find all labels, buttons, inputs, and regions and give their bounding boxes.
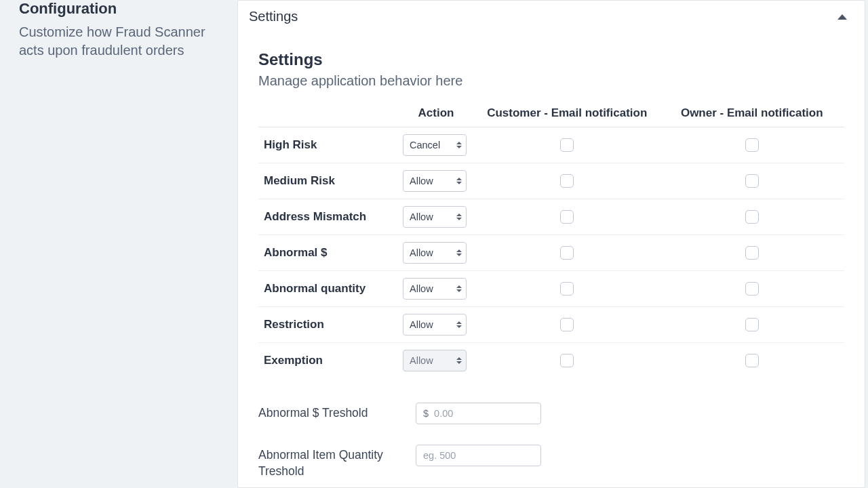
col-header-blank	[258, 106, 397, 127]
rule-label: Address Mismatch	[258, 199, 397, 235]
col-header-action: Action	[397, 106, 475, 127]
select-caret-icon	[456, 214, 462, 220]
action-select[interactable]: Allow	[403, 242, 467, 264]
owner-notify-checkbox[interactable]	[745, 354, 759, 367]
owner-notify-checkbox[interactable]	[745, 210, 759, 224]
owner-notify-checkbox[interactable]	[745, 246, 759, 260]
table-row: Abnormal $Allow	[258, 235, 844, 271]
action-select-value: Allow	[410, 355, 433, 366]
action-select-value: Allow	[410, 176, 433, 186]
settings-panel: Settings Settings Manage application beh…	[237, 0, 865, 488]
rule-label: Abnormal $	[258, 235, 397, 271]
owner-notify-checkbox[interactable]	[745, 174, 759, 188]
config-sidebar: Configuration Customize how Fraud Scanne…	[0, 0, 237, 488]
panel-header-title: Settings	[249, 9, 298, 24]
threshold-qty-label: Abnormal Item Quantity Treshold	[258, 445, 416, 479]
action-select[interactable]: Cancel	[403, 134, 467, 156]
action-select-value: Allow	[410, 319, 433, 330]
owner-notify-checkbox[interactable]	[745, 318, 759, 331]
collapse-icon[interactable]	[837, 14, 847, 20]
sidebar-description: Customize how Fraud Scanner acts upon fr…	[19, 23, 222, 60]
threshold-qty-input[interactable]: eg. 500	[416, 445, 541, 466]
action-select-value: Allow	[410, 247, 433, 258]
section-subtitle: Manage application behavior here	[258, 73, 844, 89]
rule-label: High Risk	[258, 127, 397, 163]
rule-label: Exemption	[258, 343, 397, 379]
rule-label: Restriction	[258, 307, 397, 343]
table-row: ExemptionAllow	[258, 343, 844, 379]
customer-notify-checkbox[interactable]	[560, 138, 574, 152]
threshold-dollar-placeholder: 0.00	[434, 408, 453, 419]
action-select-value: Allow	[410, 211, 433, 222]
action-select[interactable]: Allow	[403, 170, 467, 192]
panel-header[interactable]: Settings	[238, 1, 865, 33]
select-caret-icon	[456, 178, 462, 184]
action-select-value: Allow	[410, 283, 433, 294]
action-select: Allow	[403, 350, 467, 371]
select-caret-icon	[456, 321, 462, 328]
table-row: Address MismatchAllow	[258, 199, 844, 235]
currency-prefix: $	[423, 408, 429, 419]
table-row: High RiskCancel	[258, 127, 844, 163]
threshold-dollar-input[interactable]: $ 0.00	[416, 403, 541, 424]
rule-label: Medium Risk	[258, 163, 397, 199]
action-select[interactable]: Allow	[403, 206, 467, 228]
select-caret-icon	[456, 357, 462, 364]
action-select-value: Cancel	[410, 140, 440, 150]
rule-label: Abnormal quantity	[258, 271, 397, 307]
table-row: RestrictionAllow	[258, 307, 844, 343]
owner-notify-checkbox[interactable]	[745, 138, 759, 152]
customer-notify-checkbox[interactable]	[560, 174, 574, 188]
table-row: Medium RiskAllow	[258, 163, 844, 199]
action-select[interactable]: Allow	[403, 314, 467, 336]
threshold-dollar-label: Abnormal $ Treshold	[258, 403, 416, 422]
col-header-owner: Owner - Email notification	[660, 106, 845, 127]
col-header-customer: Customer - Email notification	[475, 106, 660, 127]
table-row: Abnormal quantityAllow	[258, 271, 844, 307]
customer-notify-checkbox[interactable]	[560, 318, 574, 331]
customer-notify-checkbox[interactable]	[560, 354, 574, 367]
threshold-qty-placeholder: eg. 500	[423, 450, 456, 461]
section-title: Settings	[258, 50, 844, 69]
sidebar-title: Configuration	[19, 0, 222, 18]
rules-table: Action Customer - Email notification Own…	[258, 106, 844, 378]
select-caret-icon	[456, 142, 462, 148]
select-caret-icon	[456, 285, 462, 292]
select-caret-icon	[456, 249, 462, 256]
customer-notify-checkbox[interactable]	[560, 246, 574, 260]
action-select[interactable]: Allow	[403, 278, 467, 300]
owner-notify-checkbox[interactable]	[745, 282, 759, 296]
customer-notify-checkbox[interactable]	[560, 282, 574, 296]
customer-notify-checkbox[interactable]	[560, 210, 574, 224]
